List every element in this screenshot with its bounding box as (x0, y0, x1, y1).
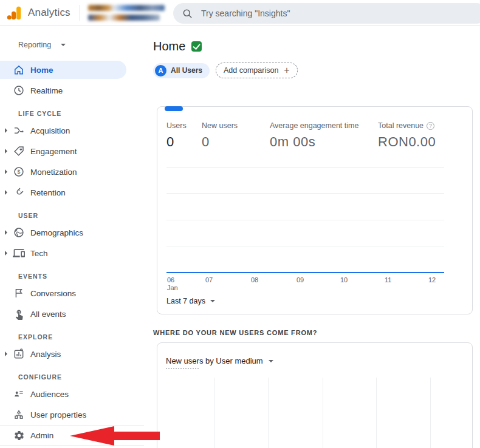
sidebar-item-label: Home (30, 66, 53, 75)
globe-icon (12, 226, 26, 239)
chart-gridline (214, 378, 215, 448)
sidebar-item-monetization[interactable]: $ Monetization (0, 161, 144, 182)
view-selector-reporting[interactable]: Reporting (0, 26, 144, 59)
section-heading-new-users: WHERE DO YOUR NEW USERS COME FROM? (153, 329, 480, 336)
users-overview-card: Users 0 New users 0 Average engagement t… (157, 106, 473, 314)
analytics-logo[interactable]: Analytics (0, 5, 70, 21)
metric-value: 0m 00s (270, 134, 358, 150)
all-users-chip[interactable]: A All Users (153, 63, 210, 78)
metric-label: New users (202, 121, 238, 130)
sidebar-item-retention[interactable]: Retention (0, 182, 144, 203)
home-icon (12, 63, 26, 76)
date-range-selector[interactable]: Last 7 days (166, 297, 215, 305)
clock-icon (12, 84, 26, 97)
sidebar-item-label: Realtime (30, 86, 63, 95)
sidebar-item-label: Monetization (30, 168, 77, 177)
metric-label: Average engagement time (270, 121, 358, 130)
flag-icon (12, 287, 26, 300)
sidebar-item-acquisition[interactable]: Acquisition (0, 120, 144, 141)
x-axis-tick: 11 (385, 276, 391, 284)
arrow-head (70, 426, 114, 446)
sidebar-item-home[interactable]: Home (0, 61, 126, 79)
chart-gridline (268, 378, 269, 448)
admin-pointer-arrow (70, 426, 160, 446)
x-axis-tick: 08 (251, 276, 258, 284)
metric-label: Total revenue? (378, 121, 436, 130)
metric-value: 0 (166, 134, 187, 150)
x-axis-tick: 10 (340, 276, 348, 284)
chart-gridline (430, 378, 431, 448)
metric-new-users[interactable]: New users 0 (202, 121, 238, 150)
add-comparison-label: Add comparison (224, 66, 278, 75)
search-bar[interactable] (173, 3, 480, 24)
chart-gridline (166, 220, 444, 220)
expand-caret-icon[interactable] (2, 169, 10, 174)
page-title: Home (153, 39, 185, 53)
sidebar-section-user: USER (0, 203, 144, 222)
monetization-dollar-icon: $ (12, 165, 26, 178)
sidebar-item-label: Admin (30, 431, 53, 440)
x-axis-tick: 12 (428, 276, 436, 284)
expand-caret-icon[interactable] (2, 351, 10, 356)
sidebar-item-label: Audiences (30, 390, 69, 399)
sidebar-item-label: All events (30, 310, 66, 319)
account-switcher-redacted[interactable] (88, 5, 165, 21)
acquisition-icon (12, 124, 26, 137)
x-axis-tick: 07 (205, 276, 213, 284)
top-app-bar: Analytics (0, 0, 480, 26)
engagement-tag-icon (12, 144, 26, 158)
chart-gridline (166, 167, 444, 168)
retention-magnet-icon (12, 186, 26, 199)
sidebar-item-conversions[interactable]: Conversions (0, 283, 144, 304)
devices-icon (12, 246, 26, 260)
metric-avg-engagement-time[interactable]: Average engagement time 0m 00s (270, 121, 358, 150)
metric-users[interactable]: Users 0 (166, 121, 187, 150)
sidebar-item-analysis[interactable]: Analysis (0, 344, 144, 364)
date-range-label: Last 7 days (166, 297, 205, 305)
sidebar-item-label: Analysis (30, 350, 61, 359)
sidebar-item-engagement[interactable]: Engagement (0, 141, 144, 161)
sidebar-item-audiences[interactable]: Audiences (0, 384, 144, 404)
gear-icon (12, 429, 26, 442)
sidebar-section-configure: CONFIGURE (0, 364, 144, 384)
brand-name: Analytics (28, 7, 70, 19)
expand-caret-icon[interactable] (2, 230, 10, 235)
expand-caret-icon[interactable] (2, 128, 10, 133)
data-quality-check-icon[interactable] (191, 41, 202, 52)
topbar-divider (80, 5, 80, 21)
new-users-dimension-selector[interactable]: New users by User medium (166, 356, 273, 365)
sidebar-item-realtime[interactable]: Realtime (0, 80, 144, 101)
main-content: Home A All Users Add comparison + Users … (144, 26, 480, 448)
sidebar-item-demographics[interactable]: Demographics (0, 222, 144, 243)
expand-caret-icon[interactable] (2, 190, 10, 195)
sidebar-item-user-properties[interactable]: User properties (0, 404, 144, 425)
analytics-logo-icon (6, 5, 22, 21)
analysis-chart-icon (12, 347, 26, 361)
comparison-bar: A All Users Add comparison + (153, 63, 480, 78)
sidebar-item-all-events[interactable]: All events (0, 304, 144, 324)
audiences-icon (12, 387, 26, 401)
sidebar-section-events: EVENTS (0, 263, 144, 283)
account-name-line-1 (88, 5, 165, 11)
search-input[interactable] (201, 8, 402, 18)
chevron-down-icon (61, 44, 66, 46)
chevron-down-icon (269, 360, 273, 362)
help-icon[interactable]: ? (427, 122, 434, 130)
chevron-down-icon (210, 300, 215, 302)
chart-gridline (166, 193, 444, 194)
plus-icon: + (284, 67, 289, 74)
dimension-dotted-underline (166, 368, 199, 369)
all-users-label: All Users (171, 66, 202, 75)
arrow-tail (114, 432, 160, 440)
expand-caret-icon[interactable] (2, 251, 10, 256)
account-name-line-2 (88, 15, 160, 21)
metric-total-revenue[interactable]: Total revenue? RON0.00 (378, 121, 436, 150)
metric-value: 0 (202, 134, 238, 150)
svg-text:$: $ (18, 169, 21, 175)
expand-caret-icon[interactable] (2, 149, 10, 154)
sidebar-item-tech[interactable]: Tech (0, 243, 144, 263)
sidebar-section-explore: EXPLORE (0, 324, 144, 344)
sidebar-item-label: Tech (30, 249, 48, 258)
add-comparison-button[interactable]: Add comparison + (216, 63, 298, 78)
touch-app-icon (12, 307, 26, 321)
